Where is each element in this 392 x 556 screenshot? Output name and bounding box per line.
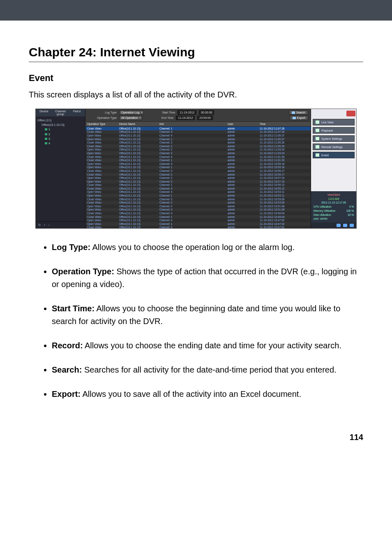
table-row[interactable]: Close VideoOffice(10.1.10.13)Channel: 1a… xyxy=(85,215,311,219)
table-cell: Open Video xyxy=(85,218,118,222)
table-row[interactable]: Close VideoOffice(10.1.10.13)Channel: 3a… xyxy=(85,226,311,228)
nav-event[interactable]: Event xyxy=(313,152,355,158)
table-cell: Channel: 1 xyxy=(158,166,226,169)
table-row[interactable]: Close VideoOffice(10.1.10.13)Channel: 3a… xyxy=(85,197,311,201)
tree-cam-1[interactable]: 1 xyxy=(37,127,83,132)
table-cell: Office(10.1.10.13) xyxy=(118,222,158,226)
table-row[interactable]: Open VideoOffice(10.1.10.13)Channel: 4ad… xyxy=(85,218,311,222)
table-row[interactable]: Open VideoOffice(10.1.10.13)Channel: 4ad… xyxy=(85,162,311,166)
tree-cam-3[interactable]: 3 xyxy=(37,137,83,141)
table-cell: admin xyxy=(226,166,258,169)
table-row[interactable]: Close VideoOffice(10.1.10.13)Channel: 4a… xyxy=(85,155,311,159)
end-time-label: End Time xyxy=(145,116,173,119)
table-cell: Office(10.1.10.13) xyxy=(118,226,158,228)
refresh-button[interactable]: ↻ xyxy=(38,223,41,227)
mem-label: Memory Utilization xyxy=(314,209,335,212)
table-cell: Office(10.1.10.13) xyxy=(118,190,158,194)
table-row[interactable]: Open VideoOffice(10.1.10.13)Channel: 3ad… xyxy=(85,180,311,183)
camera-icon xyxy=(45,128,47,130)
table-row[interactable]: Open VideoOffice(10.1.10.13)Channel: 2ad… xyxy=(85,148,311,152)
table-row[interactable]: Open VideoOffice(10.1.10.13)Channel: 1ad… xyxy=(85,137,311,141)
table-row[interactable]: Open VideoOffice(10.1.10.13)Channel: 1ad… xyxy=(85,222,311,226)
table-row[interactable]: Open VideoOffice(10.1.10.13)Channel: 3ad… xyxy=(85,151,311,155)
table-cell: Open Video xyxy=(85,190,118,194)
log-type-select[interactable]: Operation Log xyxy=(119,110,144,115)
table-row[interactable]: Close VideoOffice(10.1.10.13)Channel: 1a… xyxy=(85,127,311,130)
tree-device[interactable]: Office(10.1.10.13) xyxy=(37,123,83,127)
table-cell: admin xyxy=(226,187,258,190)
nav-system-settings[interactable]: System Settings xyxy=(313,135,355,142)
table-cell: Open Video xyxy=(85,222,118,226)
table-cell: Office(10.1.10.13) xyxy=(118,183,158,187)
export-button[interactable]: Export xyxy=(290,116,308,120)
operation-type-select[interactable]: All Operation xyxy=(119,116,142,120)
table-cell: Channel: 4 xyxy=(158,218,226,222)
table-cell: 11-19-2012 10:53:11 xyxy=(258,194,311,197)
table-row[interactable]: Open VideoOffice(10.1.10.13)Channel: 1ad… xyxy=(85,166,311,169)
col-time[interactable]: Time xyxy=(258,122,311,126)
table-row[interactable]: Close VideoOffice(10.1.10.13)Channel: 2a… xyxy=(85,173,311,176)
table-cell: 11-19-2012 10:53:09 xyxy=(258,197,311,201)
col-operation-type[interactable]: Operation Type xyxy=(85,122,118,126)
lock-icon[interactable] xyxy=(343,224,347,227)
tab-patrol[interactable]: Patrol xyxy=(69,109,85,116)
table-cell: admin xyxy=(226,215,258,219)
table-row[interactable]: Open VideoOffice(10.1.10.13)Channel: 4ad… xyxy=(85,190,311,194)
table-row[interactable]: Close VideoOffice(10.1.10.13)Channel: 1a… xyxy=(85,183,311,187)
table-cell: 11-19-2012 11:05:27 xyxy=(258,134,311,137)
camera-icon xyxy=(45,142,47,144)
tree-cam-2[interactable]: 2 xyxy=(37,132,83,137)
col-device-name[interactable]: Device Name xyxy=(118,122,158,126)
intro-text: This screen displays a list of all of th… xyxy=(29,88,363,101)
nav-live-view[interactable]: Live View xyxy=(313,119,355,125)
start-time-input[interactable]: 00:00:00 xyxy=(199,110,214,115)
table-cell: Close Video xyxy=(85,197,118,201)
table-cell: Office(10.1.10.13) xyxy=(118,204,158,208)
table-cell: Office(10.1.10.13) xyxy=(118,208,158,212)
col-info[interactable]: Info xyxy=(158,122,226,126)
bullet-lead: Operation Type: xyxy=(52,267,114,276)
table-row[interactable]: Close VideoOffice(10.1.10.13)Channel: 1a… xyxy=(85,158,311,162)
table-cell: admin xyxy=(226,169,258,173)
table-cell: Channel: 2 xyxy=(158,144,226,148)
table-row[interactable]: Open VideoOffice(10.1.10.13)Channel: 4ad… xyxy=(85,134,311,137)
nav-playback[interactable]: Playback xyxy=(313,127,355,134)
table-cell: Channel: 1 xyxy=(158,158,226,162)
status-icon-1[interactable] xyxy=(337,224,341,227)
event-main: Log Type Operation Log Start Time 11-19-… xyxy=(85,109,311,228)
table-row[interactable]: Close VideoOffice(10.1.10.13)Channel: 4a… xyxy=(85,130,311,134)
end-time-input[interactable]: 23:59:59 xyxy=(197,116,212,120)
table-row[interactable]: Close VideoOffice(10.1.10.13)Channel: 3a… xyxy=(85,169,311,173)
end-date-input[interactable]: 11-19-2012 xyxy=(176,116,195,120)
table-cell: Open Video xyxy=(85,134,118,137)
table-row[interactable]: Open VideoOffice(10.1.10.13)Channel: 2ad… xyxy=(85,176,311,180)
tree-root[interactable]: Office (1/1) xyxy=(37,118,83,123)
power-icon[interactable] xyxy=(350,224,354,227)
table-row[interactable]: Close VideoOffice(10.1.10.13)Channel: 2a… xyxy=(85,144,311,148)
table-cell: admin xyxy=(226,162,258,166)
start-date-input[interactable]: 11-19-2012 xyxy=(178,110,196,115)
table-row[interactable]: Close VideoOffice(10.1.10.13)Channel: 4a… xyxy=(85,187,311,190)
table-cell: Close Video xyxy=(85,169,118,173)
table-row[interactable]: Open VideoOffice(10.1.10.13)Channel: 2ad… xyxy=(85,204,311,208)
table-cell: 11-19-2012 10:57:16 xyxy=(258,176,311,180)
table-row[interactable]: Close VideoOffice(10.1.10.13)Channel: 2a… xyxy=(85,201,311,204)
table-row[interactable]: Open VideoOffice(10.1.10.13)Channel: 1ad… xyxy=(85,194,311,197)
tree-cam-4[interactable]: 4 xyxy=(37,141,83,146)
table-cell: admin xyxy=(226,190,258,194)
nav-remote-settings[interactable]: Remote Settings xyxy=(313,144,355,150)
remove-button[interactable]: − xyxy=(48,223,50,227)
table-cell: admin xyxy=(226,141,258,144)
monitor-icon xyxy=(316,120,319,124)
tab-device[interactable]: Device xyxy=(36,109,52,116)
status-title: ViewClient xyxy=(314,193,354,197)
table-row[interactable]: Close VideoOffice(10.1.10.13)Channel: 3a… xyxy=(85,141,311,144)
add-button[interactable]: + xyxy=(44,223,46,227)
tab-channel-group[interactable]: Channel group xyxy=(52,109,69,116)
table-row[interactable]: Close VideoOffice(10.1.10.13)Channel: 4a… xyxy=(85,211,311,215)
table-cell: Close Video xyxy=(85,144,118,148)
table-cell: admin xyxy=(226,151,258,155)
col-user[interactable]: User xyxy=(226,122,258,126)
table-row[interactable]: Open VideoOffice(10.1.10.13)Channel: 3ad… xyxy=(85,208,311,212)
search-button[interactable]: Search xyxy=(289,110,308,115)
